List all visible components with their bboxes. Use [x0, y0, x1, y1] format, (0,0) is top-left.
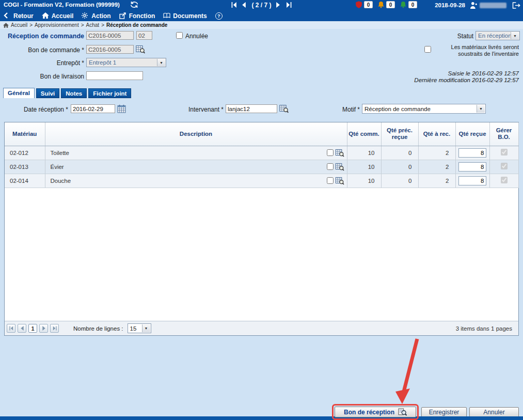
footer-strip — [0, 416, 523, 420]
header-qte-prec-recue: Qté préc. reçue — [381, 122, 418, 146]
header-qte-a-rec: Qté à rec. — [418, 122, 455, 146]
page-next-button[interactable] — [39, 324, 48, 333]
breadcrumb-home-icon[interactable] — [3, 23, 9, 28]
inventory-label-line2: soustraits de l'inventaire — [451, 51, 519, 57]
cell-description: Douche — [45, 174, 347, 188]
accueil-label: Accueil — [52, 12, 74, 20]
annuler-button[interactable]: Annuler — [469, 407, 519, 417]
reception-title-label: Réception de commande — [2, 33, 84, 40]
qte-recue-input[interactable] — [458, 162, 486, 172]
next-record-icon[interactable] — [276, 2, 282, 8]
cell-qte-a-rec: 2 — [418, 174, 455, 188]
page-previous-button[interactable] — [18, 324, 26, 333]
green-alert-badge[interactable]: 0 — [400, 1, 417, 8]
cell-qte-prec-recue: 0 — [381, 160, 418, 174]
header-qte-recue: Qté reçue — [455, 122, 489, 146]
table-row: 02-012 Toilette 10 0 2 — [5, 146, 518, 160]
gerer-bo-checkbox[interactable] — [501, 177, 508, 183]
entrepot-label: Entrepôt * — [2, 59, 84, 67]
user-info[interactable] — [470, 2, 506, 9]
tab-notes[interactable]: Notes — [61, 88, 87, 98]
breadcrumb-separator: > — [81, 22, 84, 28]
home-icon — [42, 12, 49, 19]
lines-per-page-select[interactable]: 15 — [128, 323, 151, 333]
row-lookup-icon[interactable] — [335, 163, 344, 171]
order-number-input — [86, 31, 134, 40]
intervenant-lookup-icon[interactable] — [279, 104, 289, 113]
tab-general[interactable]: Général — [3, 88, 35, 98]
row-checkbox[interactable] — [327, 177, 334, 184]
red-alert-badge[interactable]: 0 — [355, 1, 373, 8]
breadcrumb-current: Réception de commande — [106, 22, 167, 28]
app-window: COGI - Formation V2, Formation (999999) … — [0, 0, 523, 420]
documents-icon — [163, 12, 170, 19]
alert-badges: 0 0 0 — [355, 1, 417, 8]
cell-qte-comm: 10 — [347, 160, 381, 174]
cell-materiau: 02-014 — [5, 174, 45, 188]
help-icon[interactable]: ? — [215, 12, 223, 20]
current-date: 2018-09-28 — [435, 2, 465, 8]
inventory-checkbox[interactable] — [424, 46, 431, 53]
bon-livraison-label: Bon de livraison — [2, 73, 84, 80]
row-checkbox[interactable] — [327, 163, 334, 170]
qte-recue-input[interactable] — [458, 176, 486, 185]
enregistrer-button[interactable]: Enregistrer — [421, 407, 467, 417]
motif-select[interactable]: Réception de commande — [362, 104, 486, 114]
page-first-button[interactable] — [7, 324, 15, 333]
header-qte-comm: Qté comm. — [347, 122, 381, 146]
breadcrumb-achat[interactable]: Achat — [86, 22, 100, 28]
table-row: 02-013 Évier 10 0 2 — [5, 160, 518, 174]
first-record-icon[interactable] — [231, 2, 237, 8]
cell-qte-prec-recue: 0 — [381, 174, 418, 188]
cell-qte-a-rec: 2 — [418, 146, 455, 160]
breadcrumb-separator: > — [29, 22, 33, 28]
orange-alert-badge[interactable]: 0 — [377, 1, 395, 8]
header-gerer-bo: Gérer B.O. — [489, 122, 518, 146]
bon-commande-lookup-icon[interactable] — [136, 45, 145, 54]
gerer-bo-checkbox[interactable] — [501, 163, 508, 169]
cell-qte-comm: 10 — [347, 146, 381, 160]
cell-qte-a-rec: 2 — [418, 160, 455, 174]
bon-livraison-input[interactable] — [86, 71, 143, 80]
tab-suivi[interactable]: Suivi — [36, 88, 59, 98]
statut-select[interactable]: En réception — [476, 31, 520, 40]
retour-button[interactable]: Retour — [4, 12, 34, 20]
description-text: Évier — [45, 164, 327, 170]
saisie-text: Saisie le 2016-02-29 12:57 — [414, 70, 519, 77]
accueil-button[interactable]: Accueil — [42, 12, 74, 20]
description-text: Douche — [45, 178, 327, 184]
refresh-icon[interactable] — [130, 1, 138, 9]
page-number-button[interactable]: 1 — [28, 324, 37, 333]
bon-reception-highlight: Bon de réception — [332, 404, 419, 420]
gerer-bo-checkbox[interactable] — [501, 149, 508, 155]
previous-record-icon[interactable] — [241, 2, 247, 8]
qte-recue-input[interactable] — [458, 148, 486, 158]
breadcrumb-approvisionnement[interactable]: Approvisionnement — [35, 22, 79, 28]
fonction-button[interactable]: Fonction — [119, 12, 155, 20]
intervenant-label: Intervenant * — [146, 106, 224, 113]
action-button[interactable]: Action — [82, 12, 110, 20]
app-title: COGI - Formation V2, Formation (999999) — [4, 2, 120, 8]
calendar-icon[interactable] — [117, 104, 126, 113]
row-lookup-icon[interactable] — [335, 149, 344, 157]
red-alert-count: 0 — [364, 1, 373, 8]
tab-fichier-joint[interactable]: Fichier joint — [88, 88, 131, 98]
motif-label: Motif * — [308, 106, 360, 113]
retour-label: Retour — [13, 12, 34, 20]
documents-button[interactable]: Documents — [163, 12, 207, 20]
bon-de-reception-button[interactable]: Bon de réception — [335, 407, 416, 417]
last-record-icon[interactable] — [286, 2, 292, 8]
red-shield-icon — [355, 1, 362, 8]
breadcrumb-accueil[interactable]: Accueil — [11, 22, 27, 28]
row-checkbox[interactable] — [327, 149, 334, 156]
logout-icon[interactable] — [512, 2, 520, 9]
bon-commande-label: Bon de commande * — [2, 46, 84, 54]
annulee-checkbox[interactable] — [176, 32, 183, 39]
intervenant-input[interactable] — [226, 104, 277, 113]
green-bell-icon — [400, 1, 407, 8]
tab-bar: Général Suivi Notes Fichier joint — [3, 88, 131, 98]
page-last-button[interactable] — [50, 324, 59, 333]
date-reception-input[interactable] — [71, 104, 115, 113]
motif-value: Réception de commande — [364, 106, 431, 112]
row-lookup-icon[interactable] — [335, 177, 344, 185]
